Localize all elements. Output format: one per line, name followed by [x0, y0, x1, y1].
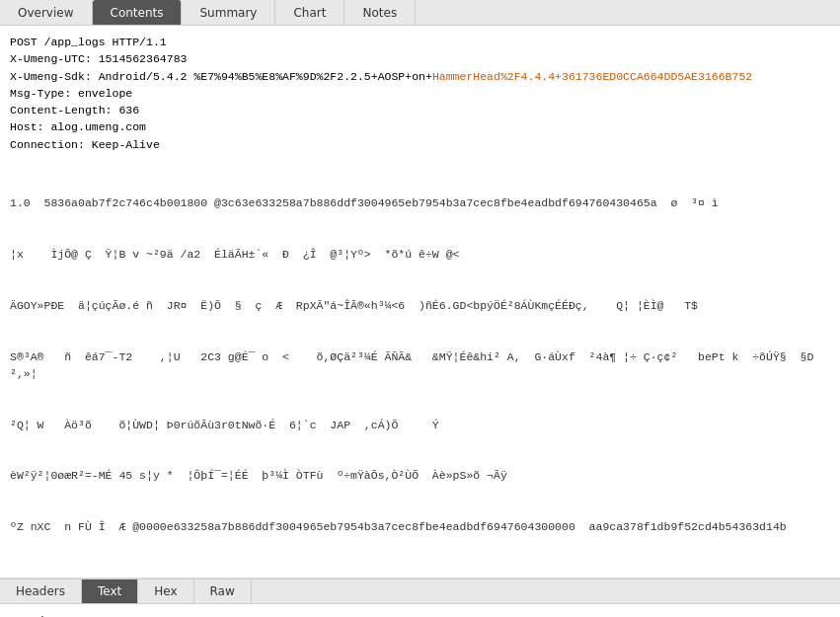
request-pane: POST /app_logs HTTP/1.1 X-Umeng-UTC: 151…	[0, 26, 840, 578]
header-utc: X-Umeng-UTC: 1514562364783	[10, 50, 830, 67]
request-headers: X-Umeng-UTC: 1514562364783 X-Umeng-Sdk: …	[10, 50, 830, 153]
req-tab-hex[interactable]: Hex	[138, 579, 193, 603]
request-tab-bar: Headers Text Hex Raw	[0, 578, 840, 604]
request-binary-content: 1.0 5836a0ab7f2c746c4b001800 @3c63e63325…	[10, 161, 830, 570]
tab-contents[interactable]: Contents	[93, 0, 183, 25]
response-status-line: HTTP/1.1 200 OK	[10, 612, 830, 617]
header-host: Host: alog.umeng.com	[10, 118, 830, 135]
response-pane: HTTP/1.1 200 OK Server: Tengine Date: Fr…	[0, 604, 840, 617]
header-sdk: X-Umeng-Sdk: Android/5.4.2 %E7%94%B5%E8%…	[10, 68, 830, 85]
tab-overview[interactable]: Overview	[0, 0, 93, 25]
req-tab-raw[interactable]: Raw	[194, 579, 252, 603]
request-method-line: POST /app_logs HTTP/1.1	[10, 34, 830, 50]
header-connection: Connection: Keep-Alive	[10, 136, 830, 153]
header-msgtype: Msg-Type: envelope	[10, 85, 830, 102]
tab-chart[interactable]: Chart	[275, 0, 344, 25]
tab-summary[interactable]: Summary	[182, 0, 275, 25]
req-tab-text[interactable]: Text	[82, 579, 138, 603]
req-tab-headers[interactable]: Headers	[0, 579, 82, 603]
top-tab-bar: Overview Contents Summary Chart Notes	[0, 0, 840, 26]
header-contentlength: Content-Length: 636	[10, 102, 830, 118]
tab-notes[interactable]: Notes	[344, 0, 416, 25]
